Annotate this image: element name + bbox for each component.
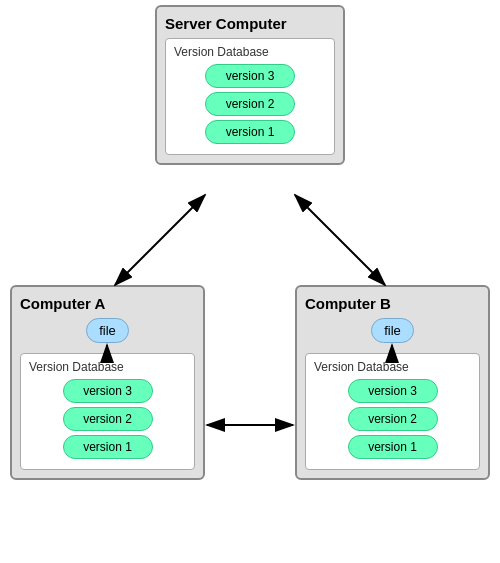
comp-b-file: file	[371, 318, 414, 343]
comp-b-db-box: Version Database version 3 version 2 ver…	[305, 353, 480, 470]
server-db-box: Version Database version 3 version 2 ver…	[165, 38, 335, 155]
arrow-server-to-a	[115, 195, 205, 285]
computer-a-box: Computer A file Version Database version…	[10, 285, 205, 480]
server-version-2: version 2	[205, 92, 295, 116]
comp-a-version-3: version 3	[63, 379, 153, 403]
comp-b-version-3: version 3	[348, 379, 438, 403]
server-computer-box: Server Computer Version Database version…	[155, 5, 345, 165]
server-version-1: version 1	[205, 120, 295, 144]
comp-a-version-2: version 2	[63, 407, 153, 431]
comp-b-title: Computer B	[305, 295, 480, 312]
computer-b-box: Computer B file Version Database version…	[295, 285, 490, 480]
server-title: Server Computer	[165, 15, 335, 32]
comp-a-db-box: Version Database version 3 version 2 ver…	[20, 353, 195, 470]
comp-a-title: Computer A	[20, 295, 195, 312]
server-db-label: Version Database	[174, 45, 326, 59]
comp-b-db-label: Version Database	[314, 360, 471, 374]
comp-a-db-label: Version Database	[29, 360, 186, 374]
diagram: Server Computer Version Database version…	[0, 0, 500, 563]
comp-b-version-1: version 1	[348, 435, 438, 459]
comp-a-version-1: version 1	[63, 435, 153, 459]
server-version-3: version 3	[205, 64, 295, 88]
comp-a-file: file	[86, 318, 129, 343]
arrow-server-to-b	[295, 195, 385, 285]
comp-b-version-2: version 2	[348, 407, 438, 431]
